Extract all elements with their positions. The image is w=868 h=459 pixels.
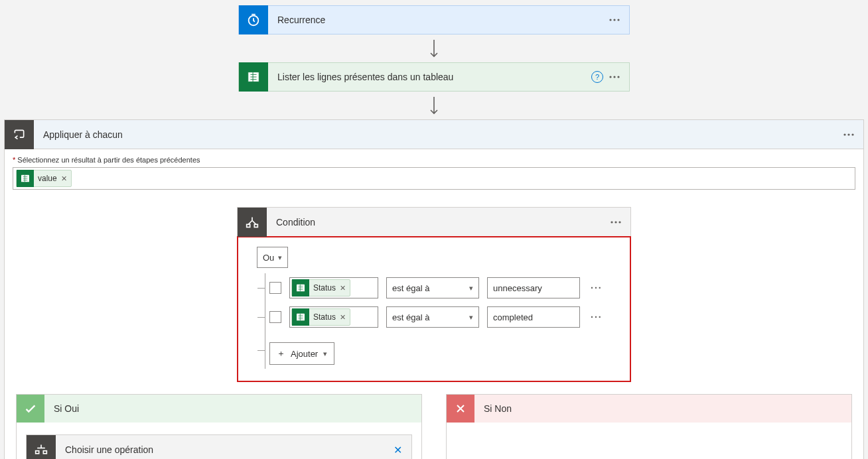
svg-point-1 (609, 19, 611, 21)
svg-point-6 (609, 76, 611, 78)
arrow-down-icon (429, 92, 439, 119)
choose-operation-title: Choisir une opération (56, 444, 384, 455)
check-icon (17, 395, 44, 423)
arrow-down-icon (429, 34, 439, 62)
branch-yes-title: Si Oui (44, 403, 79, 414)
apply-to-each-header[interactable]: Appliquer à chacun (5, 120, 863, 149)
token-label: value (38, 174, 57, 183)
choose-operation-card[interactable]: Choisir une opération ✕ (26, 434, 412, 459)
apply-to-each-title: Appliquer à chacun (34, 129, 842, 140)
branch-no-header[interactable]: Si Non (447, 395, 851, 423)
select-output-input[interactable]: value ✕ (13, 167, 855, 190)
condition-row: Status ✕ est égal à ▾ completed (265, 302, 611, 332)
svg-point-2 (613, 19, 615, 21)
value-text: completed (493, 312, 533, 322)
svg-point-9 (843, 133, 845, 135)
more-icon[interactable] (608, 13, 621, 27)
svg-rect-21 (43, 451, 46, 454)
condition-card: Condition Ou ▾ (237, 207, 631, 382)
row-checkbox[interactable] (269, 282, 281, 294)
value-input[interactable]: completed (487, 306, 580, 328)
remove-token-icon[interactable]: ✕ (61, 174, 67, 183)
row-more-icon[interactable]: ··· (588, 312, 605, 322)
condition-row: Status ✕ est égal à ▾ unnecessary (265, 273, 611, 302)
excel-icon (292, 308, 309, 326)
row-more-icon[interactable]: ··· (588, 283, 605, 293)
recurrence-title: Recurrence (268, 15, 608, 25)
x-icon (447, 395, 474, 423)
select-output-label: * Sélectionnez un résultat à partir des … (13, 156, 855, 164)
svg-point-17 (618, 221, 620, 223)
recurrence-icon (239, 5, 268, 34)
value-input[interactable]: unnecessary (487, 277, 580, 298)
recurrence-card[interactable]: Recurrence (238, 5, 630, 34)
field-token-label: Status (313, 312, 336, 322)
svg-rect-14 (254, 224, 257, 227)
operator-select[interactable]: est égal à ▾ (386, 277, 479, 298)
condition-header[interactable]: Condition (238, 208, 630, 237)
more-icon[interactable] (608, 70, 621, 84)
svg-point-3 (617, 19, 619, 21)
svg-point-16 (615, 221, 616, 223)
chevron-down-icon: ▾ (469, 313, 473, 322)
apply-to-each-card: Appliquer à chacun * Sélectionnez un rés… (4, 119, 864, 459)
list-rows-title: Lister les lignes présentes dans un tabl… (268, 72, 591, 82)
svg-point-10 (847, 133, 849, 135)
field-input[interactable]: Status ✕ (289, 277, 378, 298)
field-input[interactable]: Status ✕ (289, 306, 378, 328)
loop-icon (5, 120, 34, 149)
close-icon[interactable]: ✕ (384, 444, 411, 456)
svg-rect-20 (36, 451, 39, 454)
excel-icon (292, 279, 309, 296)
svg-point-11 (851, 133, 853, 135)
condition-title: Condition (267, 217, 609, 228)
remove-token-icon[interactable]: ✕ (340, 284, 346, 293)
svg-point-7 (613, 76, 615, 78)
add-row: ＋ Ajouter ▾ (265, 332, 611, 369)
help-icon[interactable]: ? (591, 70, 604, 84)
svg-rect-13 (247, 224, 250, 227)
condition-rows: Status ✕ est égal à ▾ unnecessary (265, 273, 611, 369)
list-rows-card[interactable]: Lister les lignes présentes dans un tabl… (238, 62, 630, 92)
plus-icon: ＋ (277, 348, 285, 360)
operator-label: est égal à (392, 283, 429, 293)
add-label: Ajouter (291, 349, 318, 359)
svg-point-8 (617, 76, 619, 78)
logic-label: Ou (263, 253, 274, 263)
branch-yes-header[interactable]: Si Oui (17, 395, 421, 423)
excel-icon (239, 62, 268, 92)
token-value[interactable]: value ✕ (16, 170, 72, 187)
chevron-down-icon: ▾ (469, 284, 473, 293)
condition-branches: Si Oui Choisir une opération ✕ (4, 394, 864, 459)
excel-icon (17, 170, 34, 187)
row-checkbox[interactable] (269, 311, 281, 323)
chevron-down-icon: ▾ (323, 350, 327, 358)
condition-icon (238, 208, 267, 237)
operator-label: est égal à (392, 312, 429, 322)
logic-select[interactable]: Ou ▾ (257, 247, 288, 268)
svg-point-15 (611, 221, 613, 223)
branch-yes: Si Oui Choisir une opération ✕ (16, 394, 422, 459)
operator-select[interactable]: est égal à ▾ (386, 306, 479, 328)
more-icon[interactable] (842, 128, 855, 141)
chevron-down-icon: ▾ (278, 253, 282, 262)
field-token-label: Status (313, 283, 336, 293)
condition-body: Ou ▾ S (237, 236, 631, 382)
branch-no-title: Si Non (474, 403, 512, 414)
branch-no: Si Non (446, 394, 852, 459)
value-text: unnecessary (493, 283, 542, 293)
remove-token-icon[interactable]: ✕ (340, 313, 346, 322)
operation-icon (27, 435, 56, 459)
add-button[interactable]: ＋ Ajouter ▾ (269, 342, 334, 365)
more-icon[interactable] (609, 216, 622, 229)
